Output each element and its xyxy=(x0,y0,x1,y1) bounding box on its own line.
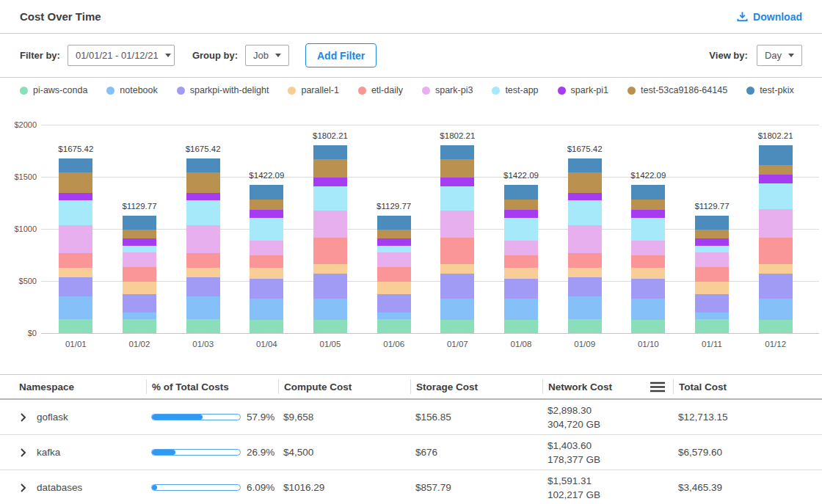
bar-segment-test-53ca9186-64145[interactable] xyxy=(186,172,220,193)
table-row-kafka[interactable]: kafka26.9%$4,500$676$1,403.60178,377 GB$… xyxy=(0,435,822,470)
bar-segment-pi-aws-conda[interactable] xyxy=(123,319,156,333)
bar-segment-notebook[interactable] xyxy=(123,313,156,319)
expand-chevron-icon[interactable] xyxy=(19,483,27,492)
bar-segment-pi-aws-conda[interactable] xyxy=(504,320,538,333)
legend-item-test-app[interactable]: test-app xyxy=(492,85,538,95)
bar-segment-test-app[interactable] xyxy=(59,200,92,225)
bar-segment-test-app[interactable] xyxy=(440,186,474,211)
bar-segment-spark-pi3[interactable] xyxy=(313,211,347,238)
bar-segment-test-53ca9186-64145[interactable] xyxy=(440,159,474,178)
bar-segment-notebook[interactable] xyxy=(186,296,220,319)
bar-segment-test-app[interactable] xyxy=(186,200,220,225)
bar-segment-test-pkix[interactable] xyxy=(186,158,220,172)
add-filter-button[interactable]: Add Filter xyxy=(305,43,377,67)
bar-segment-pi-aws-conda[interactable] xyxy=(377,319,411,333)
view-by-select[interactable]: Day xyxy=(757,45,802,66)
bar-segment-test-app[interactable] xyxy=(504,218,538,241)
table-row-databases[interactable]: databases6.09%$1016.29$857.79$1,591.3110… xyxy=(0,470,822,504)
bar-segment-sparkpi-with-delight[interactable] xyxy=(123,294,156,313)
bar-segment-pi-aws-conda[interactable] xyxy=(313,320,347,333)
bar-segment-spark-pi1[interactable] xyxy=(377,238,411,246)
bar-segment-sparkpi-with-delight[interactable] xyxy=(313,274,347,299)
legend-item-test-pkix[interactable]: test-pkix xyxy=(746,85,794,95)
bar-segment-etl-daily[interactable] xyxy=(59,253,92,269)
bar-segment-test-app[interactable] xyxy=(695,246,729,252)
bar-segment-notebook[interactable] xyxy=(59,296,92,319)
bar-segment-test-53ca9186-64145[interactable] xyxy=(759,165,793,175)
bar-segment-pi-aws-conda[interactable] xyxy=(250,320,283,333)
bar-segment-parallel-1[interactable] xyxy=(631,268,665,279)
bar-segment-parallel-1[interactable] xyxy=(440,264,474,274)
bar-segment-etl-daily[interactable] xyxy=(123,267,156,282)
bar-segment-test-53ca9186-64145[interactable] xyxy=(568,172,602,193)
bar-segment-notebook[interactable] xyxy=(759,299,793,320)
bar-segment-test-app[interactable] xyxy=(123,246,156,252)
expand-chevron-icon[interactable] xyxy=(19,413,27,422)
bar-segment-spark-pi3[interactable] xyxy=(504,241,538,255)
column-settings-icon[interactable] xyxy=(650,381,666,392)
bar-segment-parallel-1[interactable] xyxy=(123,282,156,294)
bar-segment-sparkpi-with-delight[interactable] xyxy=(59,277,92,296)
bar-segment-notebook[interactable] xyxy=(695,313,729,319)
bar-segment-spark-pi1[interactable] xyxy=(313,178,347,186)
bar-segment-spark-pi1[interactable] xyxy=(759,175,793,183)
bar-segment-sparkpi-with-delight[interactable] xyxy=(440,274,474,299)
bar-segment-test-pkix[interactable] xyxy=(440,145,474,158)
bar-segment-sparkpi-with-delight[interactable] xyxy=(568,277,602,296)
bar-segment-pi-aws-conda[interactable] xyxy=(59,319,92,333)
bar-segment-test-53ca9186-64145[interactable] xyxy=(59,172,92,193)
bar-segment-spark-pi1[interactable] xyxy=(123,238,156,246)
bar-segment-test-pkix[interactable] xyxy=(377,216,411,230)
bar-segment-spark-pi1[interactable] xyxy=(504,210,538,218)
bar-segment-etl-daily[interactable] xyxy=(695,267,729,282)
bar-segment-parallel-1[interactable] xyxy=(313,264,347,274)
bar-segment-pi-aws-conda[interactable] xyxy=(568,319,602,333)
bar-segment-test-pkix[interactable] xyxy=(313,145,347,158)
bar-segment-test-pkix[interactable] xyxy=(504,185,538,200)
bar-segment-sparkpi-with-delight[interactable] xyxy=(504,279,538,299)
bar-segment-parallel-1[interactable] xyxy=(377,282,411,294)
bar-segment-test-53ca9186-64145[interactable] xyxy=(504,200,538,209)
bar-segment-spark-pi1[interactable] xyxy=(568,193,602,200)
bar-segment-spark-pi3[interactable] xyxy=(123,252,156,267)
legend-item-spark-pi1[interactable]: spark-pi1 xyxy=(558,85,608,95)
bar-segment-etl-daily[interactable] xyxy=(250,255,283,269)
bar-segment-spark-pi3[interactable] xyxy=(440,211,474,238)
bar-segment-sparkpi-with-delight[interactable] xyxy=(631,279,665,299)
bar-segment-etl-daily[interactable] xyxy=(759,238,793,264)
bar-segment-notebook[interactable] xyxy=(250,299,283,319)
bar-segment-test-app[interactable] xyxy=(313,186,347,211)
bar-segment-test-53ca9186-64145[interactable] xyxy=(377,230,411,238)
bar-segment-notebook[interactable] xyxy=(313,299,347,320)
group-by-select[interactable]: Job xyxy=(245,45,289,66)
bar-segment-spark-pi3[interactable] xyxy=(250,241,283,255)
bar-segment-spark-pi3[interactable] xyxy=(759,209,793,238)
bar-segment-test-app[interactable] xyxy=(631,218,665,241)
legend-item-notebook[interactable]: notebook xyxy=(106,85,157,95)
bar-segment-spark-pi1[interactable] xyxy=(631,210,665,218)
bar-segment-spark-pi1[interactable] xyxy=(250,210,283,218)
bar-segment-etl-daily[interactable] xyxy=(186,253,220,269)
bar-segment-test-pkix[interactable] xyxy=(759,145,793,165)
bar-segment-test-53ca9186-64145[interactable] xyxy=(695,230,729,238)
bar-segment-parallel-1[interactable] xyxy=(186,268,220,277)
date-range-select[interactable]: 01/01/21 - 01/12/21 xyxy=(68,45,175,66)
bar-segment-test-pkix[interactable] xyxy=(123,216,156,230)
bar-segment-spark-pi3[interactable] xyxy=(568,225,602,253)
bar-segment-test-53ca9186-64145[interactable] xyxy=(250,200,283,209)
legend-item-pi-aws-conda[interactable]: pi-aws-conda xyxy=(20,85,87,95)
bar-segment-sparkpi-with-delight[interactable] xyxy=(186,277,220,296)
bar-segment-notebook[interactable] xyxy=(631,299,665,319)
bar-segment-test-pkix[interactable] xyxy=(59,158,92,172)
bar-segment-etl-daily[interactable] xyxy=(440,238,474,264)
legend-item-etl-daily[interactable]: etl-daily xyxy=(358,85,403,95)
bar-segment-spark-pi3[interactable] xyxy=(186,225,220,253)
bar-segment-parallel-1[interactable] xyxy=(504,268,538,279)
bar-segment-test-pkix[interactable] xyxy=(250,185,283,200)
bar-segment-notebook[interactable] xyxy=(504,299,538,319)
bar-segment-parallel-1[interactable] xyxy=(759,264,793,274)
bar-segment-test-app[interactable] xyxy=(377,246,411,252)
bar-segment-notebook[interactable] xyxy=(568,296,602,319)
bar-segment-spark-pi1[interactable] xyxy=(440,178,474,186)
bar-segment-etl-daily[interactable] xyxy=(568,253,602,269)
